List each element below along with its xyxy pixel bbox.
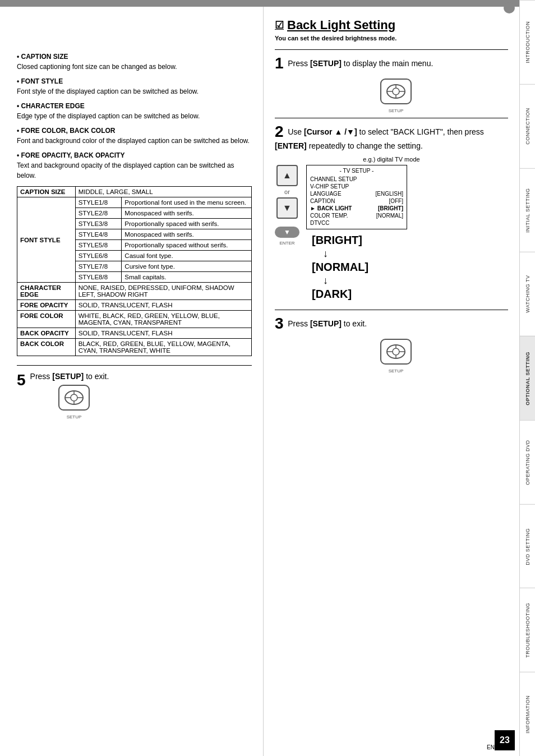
table-header-char-edge: CHARACTER EDGE (17, 283, 76, 300)
step2-content: e.g.) digital TV mode ▲ or ▼ ▼ ENTER - T… (275, 156, 508, 302)
checkmark-icon: ☑ (275, 19, 284, 31)
bullet-caption-size-text: Closed captioning font size can be chang… (17, 63, 177, 71)
caption-table: CAPTION SIZE MIDDLE, LARGE, SMALL FONT S… (17, 186, 252, 356)
step1-setup-icon: SETUP (284, 78, 508, 113)
eg-label: e.g.) digital TV mode (275, 156, 508, 163)
sidebar-tab-information[interactable]: INFORMATION (520, 672, 535, 756)
table-val-caption-size: MIDDLE, LARGE, SMALL (75, 187, 251, 197)
setup-label-3: SETUP (389, 368, 404, 374)
step2-divider (275, 310, 508, 310)
left-column: • CAPTION SIZE Closed captioning font si… (0, 7, 264, 756)
brightness-arrow2: ↓ (323, 275, 407, 287)
sidebar-tab-operating-dvd[interactable]: OPERATING DVD (520, 420, 535, 504)
svg-point-2 (71, 394, 77, 401)
cursor-up-btn[interactable]: ▲ (276, 165, 298, 186)
tv-menu-caption: CAPTION[OFF] (310, 197, 403, 205)
tv-menu-dtvcc: DTVCC (310, 219, 403, 227)
svg-rect-0 (59, 385, 89, 410)
tv-menu-box: - TV SETUP - CHANNEL SETUP V-CHIP SETUP … (306, 165, 407, 229)
sidebar-tab-troubleshooting[interactable]: TROUBLESHOOTING (520, 588, 535, 672)
table-desc5: Proportionally spaced without serifs. (122, 240, 252, 251)
table-header-fore-color: FORE COLOR (17, 311, 76, 328)
table-desc2: Monospaced with serifs. (122, 208, 252, 219)
right-column: ☑ Back Light Setting You can set the des… (264, 7, 519, 756)
cursor-down-btn[interactable]: ▼ (276, 197, 298, 219)
sidebar-tab-watching-tv[interactable]: WATCHING TV (520, 252, 535, 336)
setup-label-1: SETUP (389, 108, 404, 113)
sidebar-tab-introduction[interactable]: INTRODUCTION (520, 0, 535, 84)
sidebar-tab-initial-setting[interactable]: INITIAL SETTING (520, 168, 535, 252)
table-desc4: Monospaced with serifs. (122, 229, 252, 240)
tv-menu-channel: CHANNEL SETUP (310, 176, 403, 183)
step5-row: 5 Press [SETUP] to exit. (17, 371, 252, 423)
table-header-back-opacity: BACK OPACITY (17, 328, 76, 339)
or-text: or (284, 188, 290, 195)
step5-text: Press [SETUP] to exit. (30, 372, 109, 381)
setup-button-svg-5 (58, 384, 90, 413)
svg-rect-14 (381, 339, 411, 364)
table-header-back-color: BACK COLOR (17, 339, 76, 356)
tv-menu-language: LANGUAGE[ENGLISH] (310, 190, 403, 197)
svg-rect-7 (381, 79, 411, 104)
caption-bullets: • CAPTION SIZE Closed captioning font si… (17, 52, 252, 181)
tv-menu-vchip: V-CHIP SETUP (310, 183, 403, 190)
table-style5: STYLE5/8 (75, 240, 122, 251)
table-style8: STYLE8/8 (75, 272, 122, 283)
step3-text: Press [SETUP] to exit. (288, 319, 367, 328)
step1-row: 1 Press [SETUP] to display the main menu… (275, 54, 508, 72)
table-header-font-style: FONT STYLE (17, 197, 76, 283)
setup-button-svg-1 (380, 78, 412, 107)
table-header-caption-size: CAPTION SIZE (17, 187, 76, 197)
tv-menu-backlight: ► BACK LIGHT[BRIGHT] (310, 205, 403, 212)
brightness-dark: [DARK] (312, 288, 407, 301)
bullet-font-style-text: Font style of the displayed caption can … (17, 87, 199, 95)
title-divider (275, 49, 508, 50)
table-val-fore-color: WHITE, BLACK, RED, GREEN, YELLOW, BLUE, … (75, 311, 251, 328)
remote-buttons: ▲ or ▼ ▼ ENTER (275, 165, 299, 246)
step1-number: 1 (275, 54, 284, 72)
top-bar (0, 0, 519, 7)
subtitle-text: You can set the desired brightness mode. (275, 35, 508, 42)
table-style1: STYLE1/8 (75, 197, 122, 208)
bullet-fore-back-color-text: Font and background color of the display… (17, 137, 250, 145)
page-lang: EN (487, 744, 495, 750)
step1-text: Press [SETUP] to display the main menu. (288, 59, 433, 68)
brightness-bright: [BRIGHT] (312, 234, 407, 247)
table-val-back-color: BLACK, RED, GREEN, BLUE, YELLOW, MAGENTA… (75, 339, 251, 356)
step2-controls: ▲ or ▼ ▼ ENTER - TV SETUP - CHANNEL SETU… (275, 165, 508, 302)
enter-button[interactable]: ▼ (275, 227, 299, 238)
step3-setup-icon: SETUP (284, 338, 508, 374)
bullet-char-edge-title: • CHARACTER EDGE (17, 102, 85, 110)
bullet-font-style-title: • FONT STYLE (17, 77, 63, 85)
bullet-opacity-title: • FORE OPACITY, BACK OPACITY (17, 151, 124, 159)
step5-setup-icon: SETUP (39, 384, 109, 420)
svg-point-16 (393, 348, 399, 355)
step2-text: Use [Cursor ▲ /▼] to select "BACK LIGHT"… (275, 127, 484, 150)
sidebar-tab-optional-setting[interactable]: OPTIONAL SETTING (520, 336, 535, 420)
tv-menu-color-temp: COLOR TEMP.[NORMAL] (310, 212, 403, 219)
brightness-arrow1: ↓ (323, 248, 407, 260)
svg-point-9 (393, 88, 399, 95)
brightness-normal: [NORMAL] (312, 261, 407, 274)
table-desc1: Proportional font used in the menu scree… (122, 197, 252, 208)
step3-number: 3 (275, 315, 284, 333)
step3-row: 3 Press [SETUP] to exit. (275, 315, 508, 333)
table-desc3: Proportionally spaced with serifs. (122, 219, 252, 229)
step1-divider (275, 118, 508, 118)
table-val-fore-opacity: SOLID, TRANSLUCENT, FLASH (75, 300, 251, 311)
table-style7: STYLE7/8 (75, 261, 122, 272)
page-title: ☑ Back Light Setting (275, 18, 508, 33)
right-sidebar: INTRODUCTION CONNECTION INITIAL SETTING … (519, 0, 535, 756)
setup-button-svg-3 (380, 338, 412, 367)
enter-label: ENTER (279, 241, 294, 246)
tv-menu-title: - TV SETUP - (310, 168, 403, 174)
bullet-char-edge-text: Edge type of the displayed caption can b… (17, 112, 200, 120)
step5-divider (17, 365, 252, 366)
brightness-options: [BRIGHT] ↓ [NORMAL] ↓ [DARK] (312, 234, 407, 301)
bullet-opacity-text: Text and background opacity of the displ… (17, 162, 234, 179)
setup-label-5: SETUP (67, 414, 82, 420)
sidebar-tab-connection[interactable]: CONNECTION (520, 84, 535, 168)
table-style2: STYLE2/8 (75, 208, 122, 219)
sidebar-tab-dvd-setting[interactable]: DVD SETTING (520, 504, 535, 588)
table-val-char-edge: NONE, RAISED, DEPRESSED, UNIFORM, SHADOW… (75, 283, 251, 300)
